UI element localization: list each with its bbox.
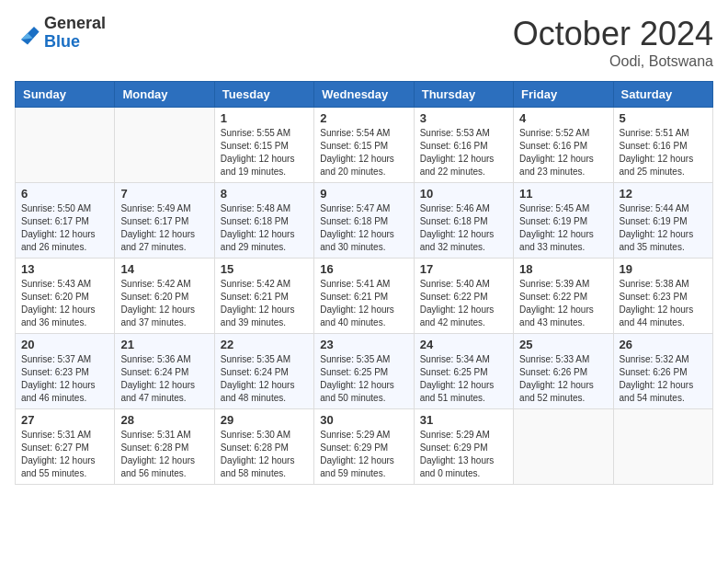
calendar-cell: 29Sunrise: 5:30 AMSunset: 6:28 PMDayligh… [214,409,313,485]
day-info: Sunrise: 5:36 AMSunset: 6:24 PMDaylight:… [120,353,208,405]
day-info: Sunrise: 5:29 AMSunset: 6:29 PMDaylight:… [420,429,507,480]
day-number: 22 [221,338,308,351]
weekday-tuesday: Tuesday [214,82,313,108]
day-info: Sunrise: 5:35 AMSunset: 6:24 PMDaylight:… [221,353,308,405]
logo-icon [15,20,40,46]
day-info: Sunrise: 5:51 AMSunset: 6:16 PMDaylight:… [620,127,707,178]
day-info: Sunrise: 5:43 AMSunset: 6:20 PMDaylight:… [21,278,108,329]
calendar-cell: 12Sunrise: 5:44 AMSunset: 6:19 PMDayligh… [613,183,712,259]
day-info: Sunrise: 5:47 AMSunset: 6:18 PMDaylight:… [320,202,407,254]
calendar-cell: 7Sunrise: 5:49 AMSunset: 6:17 PMDaylight… [115,183,214,259]
calendar-cell: 1Sunrise: 5:55 AMSunset: 6:15 PMDaylight… [214,108,313,183]
calendar-cell: 10Sunrise: 5:46 AMSunset: 6:18 PMDayligh… [414,183,513,259]
weekday-thursday: Thursday [414,82,513,108]
calendar-cell: 11Sunrise: 5:45 AMSunset: 6:19 PMDayligh… [514,183,613,259]
calendar-cell [514,409,613,485]
day-info: Sunrise: 5:55 AMSunset: 6:15 PMDaylight:… [221,127,308,178]
logo-general: General [44,15,106,33]
day-number: 12 [620,187,707,201]
day-number: 15 [221,262,308,276]
day-info: Sunrise: 5:46 AMSunset: 6:18 PMDaylight:… [420,202,507,254]
day-number: 24 [420,338,507,351]
calendar-cell: 20Sunrise: 5:37 AMSunset: 6:23 PMDayligh… [16,334,115,409]
day-info: Sunrise: 5:52 AMSunset: 6:16 PMDaylight:… [519,127,607,178]
day-number: 2 [320,111,407,125]
calendar-cell: 24Sunrise: 5:34 AMSunset: 6:25 PMDayligh… [414,334,513,409]
calendar-cell: 15Sunrise: 5:42 AMSunset: 6:21 PMDayligh… [214,259,313,334]
calendar-table: SundayMondayTuesdayWednesdayThursdayFrid… [15,81,713,485]
day-info: Sunrise: 5:29 AMSunset: 6:29 PMDaylight:… [320,429,407,480]
day-info: Sunrise: 5:49 AMSunset: 6:17 PMDaylight:… [120,202,208,254]
day-number: 3 [420,111,507,125]
day-number: 25 [519,338,607,351]
day-info: Sunrise: 5:38 AMSunset: 6:23 PMDaylight:… [620,278,707,329]
calendar-cell: 22Sunrise: 5:35 AMSunset: 6:24 PMDayligh… [214,334,313,409]
day-info: Sunrise: 5:45 AMSunset: 6:19 PMDaylight:… [519,202,607,254]
calendar-cell: 18Sunrise: 5:39 AMSunset: 6:22 PMDayligh… [514,259,613,334]
calendar-cell: 28Sunrise: 5:31 AMSunset: 6:28 PMDayligh… [115,409,214,485]
day-info: Sunrise: 5:53 AMSunset: 6:16 PMDaylight:… [420,127,507,178]
title-block: October 2024 Oodi, Botswana [513,15,713,70]
weekday-friday: Friday [514,82,613,108]
page-header: General Blue October 2024 Oodi, Botswana [15,15,713,70]
calendar-cell: 23Sunrise: 5:35 AMSunset: 6:25 PMDayligh… [314,334,414,409]
day-number: 23 [320,338,407,351]
day-number: 21 [120,338,208,351]
calendar-body: 1Sunrise: 5:55 AMSunset: 6:15 PMDaylight… [16,108,713,485]
calendar-cell: 27Sunrise: 5:31 AMSunset: 6:27 PMDayligh… [16,409,115,485]
day-number: 7 [120,187,208,201]
calendar-cell: 9Sunrise: 5:47 AMSunset: 6:18 PMDaylight… [314,183,414,259]
day-number: 4 [519,111,607,125]
day-number: 13 [21,262,108,276]
day-number: 30 [320,413,407,427]
week-row-0: 1Sunrise: 5:55 AMSunset: 6:15 PMDaylight… [16,108,713,183]
day-info: Sunrise: 5:35 AMSunset: 6:25 PMDaylight:… [320,353,407,405]
day-info: Sunrise: 5:40 AMSunset: 6:22 PMDaylight:… [420,278,507,329]
calendar-subtitle: Oodi, Botswana [513,53,713,70]
day-info: Sunrise: 5:42 AMSunset: 6:21 PMDaylight:… [221,278,308,329]
day-info: Sunrise: 5:48 AMSunset: 6:18 PMDaylight:… [221,202,308,254]
day-number: 20 [21,338,108,351]
day-number: 19 [620,262,707,276]
week-row-3: 20Sunrise: 5:37 AMSunset: 6:23 PMDayligh… [16,334,713,409]
week-row-1: 6Sunrise: 5:50 AMSunset: 6:17 PMDaylight… [16,183,713,259]
day-info: Sunrise: 5:32 AMSunset: 6:26 PMDaylight:… [620,353,707,405]
calendar-cell: 2Sunrise: 5:54 AMSunset: 6:15 PMDaylight… [314,108,414,183]
day-info: Sunrise: 5:39 AMSunset: 6:22 PMDaylight:… [519,278,607,329]
calendar-cell: 6Sunrise: 5:50 AMSunset: 6:17 PMDaylight… [16,183,115,259]
day-info: Sunrise: 5:33 AMSunset: 6:26 PMDaylight:… [519,353,607,405]
day-info: Sunrise: 5:41 AMSunset: 6:21 PMDaylight:… [320,278,407,329]
calendar-cell: 14Sunrise: 5:42 AMSunset: 6:20 PMDayligh… [115,259,214,334]
day-number: 1 [221,111,308,125]
calendar-cell: 4Sunrise: 5:52 AMSunset: 6:16 PMDaylight… [514,108,613,183]
day-number: 16 [320,262,407,276]
calendar-cell: 3Sunrise: 5:53 AMSunset: 6:16 PMDaylight… [414,108,513,183]
calendar-cell: 13Sunrise: 5:43 AMSunset: 6:20 PMDayligh… [16,259,115,334]
day-number: 9 [320,187,407,201]
day-info: Sunrise: 5:50 AMSunset: 6:17 PMDaylight:… [21,202,108,254]
calendar-cell: 31Sunrise: 5:29 AMSunset: 6:29 PMDayligh… [414,409,513,485]
calendar-title: October 2024 [513,15,713,53]
day-info: Sunrise: 5:34 AMSunset: 6:25 PMDaylight:… [420,353,507,405]
calendar-cell: 25Sunrise: 5:33 AMSunset: 6:26 PMDayligh… [514,334,613,409]
calendar-cell [115,108,214,183]
day-info: Sunrise: 5:37 AMSunset: 6:23 PMDaylight:… [21,353,108,405]
day-info: Sunrise: 5:31 AMSunset: 6:28 PMDaylight:… [120,429,208,480]
calendar-cell [613,409,712,485]
day-info: Sunrise: 5:31 AMSunset: 6:27 PMDaylight:… [21,429,108,480]
day-number: 14 [120,262,208,276]
day-number: 17 [420,262,507,276]
day-number: 28 [120,413,208,427]
calendar-cell: 5Sunrise: 5:51 AMSunset: 6:16 PMDaylight… [613,108,712,183]
day-number: 27 [21,413,108,427]
day-info: Sunrise: 5:30 AMSunset: 6:28 PMDaylight:… [221,429,308,480]
day-info: Sunrise: 5:44 AMSunset: 6:19 PMDaylight:… [620,202,707,254]
logo: General Blue [15,15,106,52]
logo-blue: Blue [44,33,106,52]
day-number: 31 [420,413,507,427]
calendar-cell: 26Sunrise: 5:32 AMSunset: 6:26 PMDayligh… [613,334,712,409]
day-info: Sunrise: 5:54 AMSunset: 6:15 PMDaylight:… [320,127,407,178]
calendar-cell [16,108,115,183]
calendar-cell: 8Sunrise: 5:48 AMSunset: 6:18 PMDaylight… [214,183,313,259]
day-number: 11 [519,187,607,201]
